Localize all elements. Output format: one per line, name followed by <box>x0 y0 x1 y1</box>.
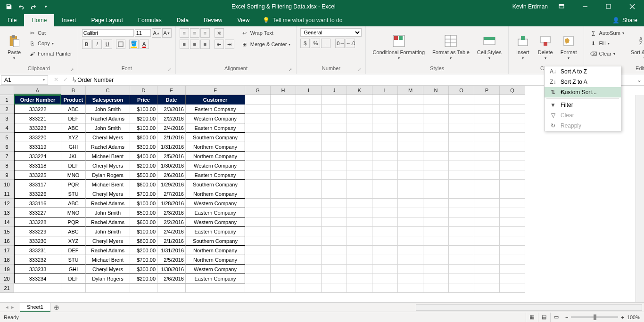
cell[interactable]: Cheryl Myers <box>86 189 130 199</box>
cell[interactable]: Eastern Company <box>186 123 245 133</box>
cell[interactable] <box>271 236 296 246</box>
cell[interactable]: Dylan Rogers <box>86 170 130 180</box>
cell[interactable] <box>245 142 271 152</box>
cell[interactable] <box>322 114 347 123</box>
cell[interactable]: 1/29/2016 <box>157 180 186 189</box>
cell[interactable] <box>474 152 500 161</box>
cell[interactable]: Western Company <box>186 217 245 227</box>
cell[interactable] <box>245 227 271 236</box>
cell[interactable]: Northern Company <box>186 142 245 152</box>
user-name[interactable]: Kevin Erdman <box>512 3 548 10</box>
cell[interactable]: $300.00 <box>130 265 157 274</box>
sort-filter-button[interactable]: AZSort & Filter▾ <box>628 28 644 65</box>
cell[interactable] <box>296 236 322 246</box>
cell[interactable] <box>347 95 372 105</box>
cell[interactable] <box>322 152 347 161</box>
zoom-slider[interactable] <box>571 316 618 318</box>
prev-sheet-button[interactable]: ◂ <box>6 304 8 310</box>
cell[interactable] <box>449 265 474 274</box>
cell[interactable] <box>245 152 271 161</box>
cell[interactable] <box>322 95 347 105</box>
cell[interactable]: 333230 <box>14 236 61 246</box>
cell[interactable] <box>398 161 423 170</box>
zoom-out-button[interactable]: − <box>565 314 568 320</box>
cell[interactable]: 2/5/2016 <box>157 255 186 265</box>
cell[interactable] <box>296 189 322 199</box>
cell[interactable]: 333225 <box>14 170 61 180</box>
cell[interactable] <box>474 199 500 208</box>
tab-formulas[interactable]: Formulas <box>131 14 169 26</box>
cell[interactable]: XYZ <box>61 236 86 246</box>
cell[interactable] <box>322 161 347 170</box>
cell[interactable] <box>423 133 449 142</box>
cell[interactable] <box>372 170 398 180</box>
cell[interactable] <box>423 265 449 274</box>
cell[interactable] <box>449 236 474 246</box>
cell[interactable] <box>372 133 398 142</box>
cell[interactable] <box>296 152 322 161</box>
cell[interactable]: DEF <box>61 114 86 123</box>
cell[interactable] <box>398 152 423 161</box>
cell[interactable] <box>423 255 449 265</box>
cell[interactable] <box>296 227 322 236</box>
cell[interactable]: 1/30/2016 <box>157 265 186 274</box>
row-header[interactable]: 1 <box>0 95 14 105</box>
cell[interactable] <box>423 227 449 236</box>
cell[interactable] <box>449 199 474 208</box>
cell[interactable] <box>271 133 296 142</box>
cell[interactable] <box>322 208 347 217</box>
cell[interactable]: $200.00 <box>130 161 157 170</box>
orientation-button[interactable]: ⤭ <box>215 28 224 38</box>
cell[interactable] <box>372 246 398 255</box>
cell-styles-button[interactable]: Cell Styles▾ <box>474 28 504 65</box>
cell[interactable] <box>372 274 398 283</box>
cell[interactable]: Dylan Rogers <box>86 274 130 283</box>
cell[interactable] <box>423 283 449 293</box>
cell[interactable]: PQR <box>61 217 86 227</box>
cell[interactable]: Salesperson <box>86 95 130 105</box>
cell[interactable]: 333223 <box>14 123 61 133</box>
cell[interactable] <box>245 236 271 246</box>
cell[interactable]: 2/5/2016 <box>157 152 186 161</box>
tell-me-search[interactable]: 💡 Tell me what you want to do <box>257 14 348 26</box>
cell[interactable] <box>500 170 525 180</box>
cell[interactable] <box>449 217 474 227</box>
cell[interactable]: 2/1/2016 <box>157 133 186 142</box>
cell[interactable] <box>372 114 398 123</box>
column-header-G[interactable]: G <box>245 86 271 95</box>
cell[interactable] <box>398 123 423 133</box>
cell[interactable]: Rachel Adams <box>86 114 130 123</box>
cell[interactable] <box>423 217 449 227</box>
cell[interactable]: 2/4/2016 <box>157 227 186 236</box>
cell[interactable]: Eastern Company <box>186 170 245 180</box>
cell[interactable] <box>372 189 398 199</box>
column-header-O[interactable]: O <box>449 86 474 95</box>
cell[interactable] <box>372 123 398 133</box>
row-header[interactable]: 20 <box>0 274 14 283</box>
cell[interactable] <box>500 152 525 161</box>
cell[interactable] <box>271 227 296 236</box>
autosum-button[interactable]: ∑AutoSum ▾ <box>588 28 626 38</box>
select-all-corner[interactable] <box>0 86 14 95</box>
cell[interactable] <box>423 189 449 199</box>
wrap-text-button[interactable]: ↩Wrap Text <box>239 28 293 38</box>
cell[interactable]: DEF <box>61 161 86 170</box>
cell[interactable]: PQR <box>61 180 86 189</box>
cell[interactable] <box>347 114 372 123</box>
font-size-input[interactable] <box>135 29 151 37</box>
cell[interactable]: 1/31/2016 <box>157 142 186 152</box>
sort-a-to-z-item[interactable]: A↓Sort A to Z <box>545 66 621 77</box>
paste-button[interactable]: Paste▾ <box>4 28 25 65</box>
cell[interactable] <box>474 95 500 105</box>
cell[interactable]: Northern Company <box>186 152 245 161</box>
cell[interactable] <box>296 199 322 208</box>
cell[interactable] <box>347 189 372 199</box>
merge-center-button[interactable]: ⊞Merge & Center ▾ <box>239 40 293 49</box>
column-header-M[interactable]: M <box>398 86 423 95</box>
cell[interactable] <box>245 265 271 274</box>
column-header-K[interactable]: K <box>347 86 372 95</box>
cell[interactable] <box>449 255 474 265</box>
cell[interactable]: Northern Company <box>186 189 245 199</box>
cell[interactable]: Rachel Adams <box>86 142 130 152</box>
tab-page-layout[interactable]: Page Layout <box>83 14 130 26</box>
